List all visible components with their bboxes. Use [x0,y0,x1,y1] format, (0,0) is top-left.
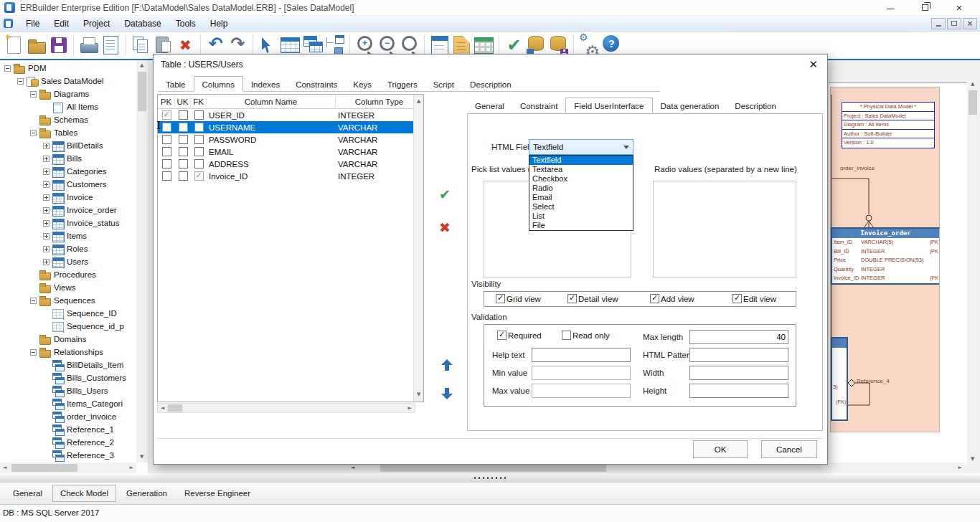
new-file-icon[interactable] [3,33,25,57]
tree-item[interactable]: Domains [0,333,136,346]
tree-item[interactable]: Sequence_ID [0,307,136,320]
tree-item[interactable]: Customers [0,178,136,191]
html-field-combobox[interactable]: Textfield [529,139,633,155]
diagram-canvas[interactable]: * Physical Data Model *Project : Sales D… [830,87,940,432]
tree-item[interactable]: PDM [0,62,136,75]
dropdown-option[interactable]: Select [529,202,633,212]
tree-item[interactable]: Tables [0,126,136,139]
restore-button[interactable] [914,1,936,15]
tree-item[interactable]: Procedures [0,268,136,281]
menu-file[interactable]: File [19,17,47,30]
column-type-cell[interactable]: INTEGER [336,109,413,121]
move-up-icon[interactable] [441,359,453,372]
copy-icon[interactable] [130,33,152,57]
diagram-table-invoice-order[interactable]: Invoice_order Item_ID VARCHAR(5) (PK Bil… [831,227,940,285]
tab-description[interactable]: Description [462,77,519,91]
tree-item[interactable]: Diagrams [0,87,136,100]
dialog-close-icon[interactable]: ✕ [809,58,818,71]
tree-item[interactable]: Categories [0,165,136,178]
column-row[interactable]: PASSWORD VARCHAR [158,133,413,146]
column-name-cell[interactable]: USERNAME [207,121,336,133]
uk-checkbox[interactable] [179,123,188,132]
column-name-cell[interactable]: PASSWORD [207,133,336,146]
max-length-input[interactable] [689,330,788,344]
html-pattern-input[interactable] [689,348,788,362]
move-down-icon[interactable] [441,386,453,399]
diagram-info-box[interactable]: * Physical Data Model *Project : Sales D… [842,102,935,148]
ok-button[interactable]: OK [693,440,748,458]
tree-item[interactable]: Sequence_id_p [0,320,136,333]
panel-tab-general[interactable]: General [467,99,512,113]
tree-item[interactable]: Roles [0,242,136,255]
grid-vertical-scrollbar[interactable]: ▲ ▼ [413,95,423,402]
column-name-cell[interactable]: ADDRESS [207,158,336,170]
column-row[interactable]: ADDRESS VARCHAR [158,158,413,170]
panel-splitter[interactable] [148,60,150,473]
tree-item[interactable]: Bills [0,152,136,165]
tree-expander[interactable] [30,298,37,304]
grid-view-checkbox[interactable]: Grid view [496,294,541,303]
cancel-button[interactable]: Cancel [761,440,817,458]
open-folder-icon[interactable] [25,33,47,57]
tree-expander[interactable] [17,78,24,85]
bottom-tab-generation[interactable]: Generation [119,485,174,501]
tab-constraints[interactable]: Constraints [288,77,345,91]
grid-header-cell[interactable]: PK [158,95,175,108]
required-checkbox[interactable]: Required [497,331,542,340]
fk-checkbox[interactable] [194,135,204,144]
radio-values-textarea[interactable] [653,181,796,277]
tree-expander[interactable] [30,130,37,136]
panel-tab-constraint[interactable]: Constraint [512,99,565,113]
tree-expander[interactable] [4,65,11,72]
bottom-tab-reverse-engineer[interactable]: Reverse Engineer [177,485,258,501]
tab-keys[interactable]: Keys [345,77,380,91]
tree-expander[interactable] [43,156,50,162]
tab-triggers[interactable]: Triggers [380,77,425,91]
relationship-label[interactable]: Reference_4 [856,378,890,384]
tab-indexes[interactable]: Indexes [243,77,288,91]
column-row[interactable]: Invoice_ID INTEGER [158,170,413,182]
tree-item[interactable]: Items [0,229,136,242]
tree-expander[interactable] [43,207,50,214]
fk-checkbox[interactable] [194,123,204,132]
dropdown-option[interactable]: Checkbox [529,174,633,184]
tree-expander[interactable] [43,233,50,239]
tree-item[interactable]: BillDetails_Item [0,359,136,371]
column-name-cell[interactable]: Invoice_ID [207,170,336,182]
tree-item[interactable]: Reference_3 [0,449,136,462]
tree-item[interactable]: order_invoice [0,410,136,423]
relationship-label[interactable]: order_invoice [839,165,875,171]
fk-checkbox[interactable] [194,110,204,120]
save-icon[interactable] [47,33,70,57]
delete-column-icon[interactable]: ✖ [439,221,451,234]
grid-header-cell[interactable]: Column Type [336,95,423,108]
mdi-minimize-button[interactable] [931,18,946,29]
pk-checkbox[interactable] [162,171,171,181]
width-input[interactable] [689,366,788,380]
tree-expander[interactable] [43,181,50,188]
menu-edit[interactable]: Edit [47,17,76,30]
uk-checkbox[interactable] [179,135,188,144]
grid-header-cell[interactable]: FK [191,95,207,108]
bottom-tab-general[interactable]: General [6,485,50,501]
tree-expander[interactable] [43,169,50,175]
tree-vertical-scrollbar[interactable]: ▲ ▼ [136,60,148,462]
column-type-cell[interactable]: VARCHAR [336,133,413,146]
menu-tools[interactable]: Tools [169,17,203,30]
column-type-cell[interactable]: INTEGER [336,170,413,182]
tree-item[interactable]: Reference_1 [0,423,136,436]
dropdown-option[interactable]: Textfield [529,156,633,165]
column-row[interactable]: EMAIL VARCHAR [158,146,413,158]
tab-table[interactable]: Table [158,77,194,91]
tree-item[interactable]: Schemas [0,113,136,126]
height-input[interactable] [689,384,788,398]
grid-header-cell[interactable]: UK [175,95,191,108]
menu-help[interactable]: Help [203,17,235,30]
add-view-checkbox[interactable]: Add view [650,294,694,303]
panel-tab-data-generation[interactable]: Data generation [653,99,727,113]
uk-checkbox[interactable] [179,110,188,120]
minimize-button[interactable] [880,1,901,15]
tree-item[interactable]: Reference_2 [0,436,136,449]
apply-icon[interactable]: ✔ [439,188,451,201]
tree-expander[interactable] [43,143,50,149]
